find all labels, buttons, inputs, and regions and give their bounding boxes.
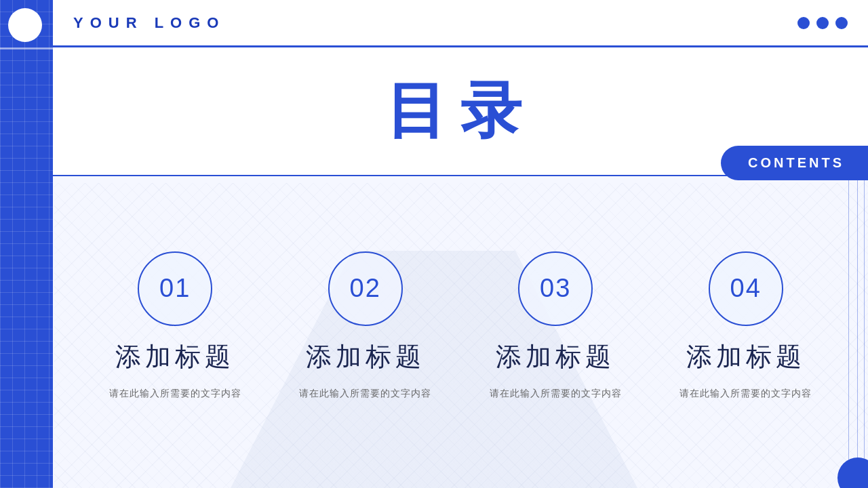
content-area: 01 添加标题 请在此输入所需要的文字内容 02 添加标题 请在此输入所需要的文… [53, 176, 868, 488]
content-item-2: 02 添加标题 请在此输入所需要的文字内容 [271, 251, 461, 400]
header: YOUR LOGO [53, 0, 868, 47]
number-circle-1: 01 [138, 251, 212, 326]
item-desc-4: 请在此输入所需要的文字内容 [679, 388, 812, 400]
left-sidebar [0, 0, 53, 488]
sidebar-divider [0, 47, 53, 49]
content-item-1: 01 添加标题 请在此输入所需要的文字内容 [80, 251, 271, 400]
dot-2 [816, 17, 829, 29]
dot-3 [835, 17, 848, 29]
contents-badge: CONTENTS [721, 146, 868, 180]
header-dots [797, 17, 848, 29]
item-desc-1: 请在此输入所需要的文字内容 [109, 388, 241, 400]
dot-1 [797, 17, 810, 29]
number-circle-4: 04 [709, 251, 783, 326]
item-desc-2: 请在此输入所需要的文字内容 [299, 388, 431, 400]
item-title-3: 添加标题 [496, 340, 615, 374]
content-item-4: 04 添加标题 请在此输入所需要的文字内容 [651, 251, 842, 400]
sidebar-grid [0, 0, 53, 488]
number-circle-3: 03 [518, 251, 593, 326]
content-item-3: 03 添加标题 请在此输入所需要的文字内容 [460, 251, 651, 400]
item-title-2: 添加标题 [306, 340, 425, 374]
logo-circle [8, 8, 42, 42]
item-desc-3: 请在此输入所需要的文字内容 [490, 388, 622, 400]
item-title-4: 添加标题 [686, 340, 806, 374]
logo-text: YOUR LOGO [73, 14, 225, 32]
number-circle-2: 02 [328, 251, 403, 326]
item-title-1: 添加标题 [115, 340, 235, 374]
main-title: 目录 [386, 70, 535, 152]
slide: YOUR LOGO 目录 CONTENTS 01 添加标题 请在此输入所需要的文… [0, 0, 868, 488]
